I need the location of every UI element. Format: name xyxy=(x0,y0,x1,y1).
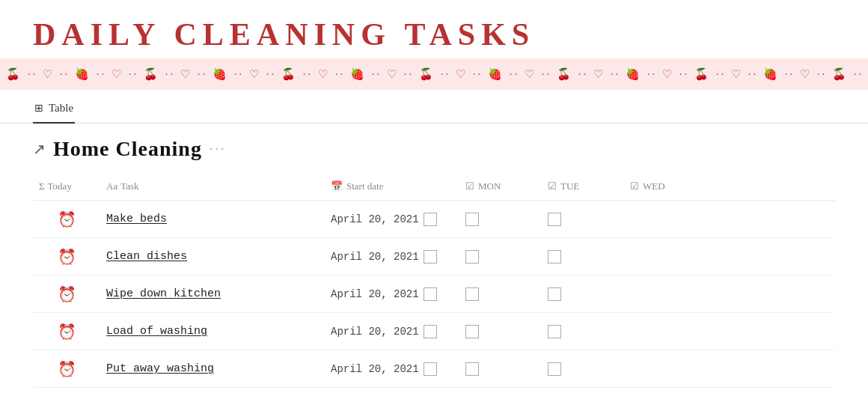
cell-tue-1 xyxy=(459,207,542,232)
cell-date-3: April 20, 2021 xyxy=(325,281,459,307)
table-row: ⏰ Clean dishes April 20, 2021 xyxy=(33,238,835,276)
checkbox-wed-2[interactable] xyxy=(548,250,561,264)
checkbox-wed-1[interactable] xyxy=(548,213,561,226)
checkbox-mon-4[interactable] xyxy=(424,325,437,338)
cell-today-5: ⏰ xyxy=(33,354,100,384)
checkbox-tue-3[interactable] xyxy=(465,287,479,301)
database-section: ↗ Home Cleaning ··· Σ Today Aa Task 📅 St… xyxy=(0,124,868,388)
cell-date-5: April 20, 2021 xyxy=(325,356,459,382)
tabs-bar: ⊞ Table xyxy=(0,90,868,124)
checkbox-mon-1[interactable] xyxy=(424,213,437,226)
checkbox-wed-3[interactable] xyxy=(548,287,561,301)
checkbox-mon-5[interactable] xyxy=(424,362,437,376)
checkbox-wed-5[interactable] xyxy=(548,362,561,376)
page-title: DAILY CLEANING TASKS xyxy=(33,16,835,52)
checkbox-mon-2[interactable] xyxy=(424,250,437,264)
table-row: ⏰ Wipe down kitchen April 20, 2021 xyxy=(33,276,835,313)
col-header-wed[interactable]: ☑ WED xyxy=(624,176,706,197)
alarm-icon: ⏰ xyxy=(58,248,76,266)
cell-task-2[interactable]: Clean dishes xyxy=(100,244,325,269)
cell-wed-2 xyxy=(542,244,624,270)
cell-task-4[interactable]: Load of washing xyxy=(100,319,325,344)
col-header-task[interactable]: Aa Task xyxy=(100,176,325,197)
checkbox-tue-5[interactable] xyxy=(465,362,479,376)
calendar-icon: 📅 xyxy=(331,180,343,192)
checkbox-wed-icon: ☑ xyxy=(630,180,639,192)
sigma-icon: Σ xyxy=(39,180,45,192)
alarm-icon: ⏰ xyxy=(58,285,76,303)
database-title: Home Cleaning xyxy=(53,137,202,161)
cell-today-3: ⏰ xyxy=(33,279,100,309)
checkbox-tue-icon: ☑ xyxy=(548,180,557,192)
tasks-table: Σ Today Aa Task 📅 Start date ☑ MON ☑ TUE… xyxy=(33,173,835,388)
checkbox-wed-4[interactable] xyxy=(548,325,561,338)
col-header-today[interactable]: Σ Today xyxy=(33,176,100,197)
cell-wed-1 xyxy=(542,207,624,232)
cell-date-2: April 20, 2021 xyxy=(325,244,459,270)
cell-tue-5 xyxy=(459,356,542,382)
table-header: Σ Today Aa Task 📅 Start date ☑ MON ☑ TUE… xyxy=(33,173,835,201)
table-icon: ⊞ xyxy=(34,102,43,115)
alarm-icon: ⏰ xyxy=(58,323,76,341)
cell-tue-2 xyxy=(459,244,542,270)
cell-task-1[interactable]: Make beds xyxy=(100,207,325,231)
fruit-decoration: 🍒 ·· ♡ ·· 🍓 ·· ♡ ·· 🍒 ·· ♡ ·· 🍓 ·· ♡ ·· … xyxy=(6,67,868,81)
database-title-row: ↗ Home Cleaning ··· xyxy=(33,137,835,161)
checkbox-mon-3[interactable] xyxy=(424,287,437,301)
tab-table-label: Table xyxy=(49,102,73,115)
banner-pattern: 🍒 ·· ♡ ·· 🍓 ·· ♡ ·· 🍒 ·· ♡ ·· 🍓 ·· ♡ ·· … xyxy=(6,67,868,81)
table-row: ⏰ Put away washing April 20, 2021 xyxy=(33,350,835,388)
cell-today-4: ⏰ xyxy=(33,317,100,347)
cell-wed-3 xyxy=(542,281,624,307)
cell-date-4: April 20, 2021 xyxy=(325,319,459,344)
cell-task-5[interactable]: Put away washing xyxy=(100,356,325,381)
table-row: ⏰ Make beds April 20, 2021 xyxy=(33,201,835,238)
col-header-tue[interactable]: ☑ TUE xyxy=(542,176,624,197)
cell-today-2: ⏰ xyxy=(33,242,100,272)
cell-today-1: ⏰ xyxy=(33,204,100,234)
checkbox-tue-1[interactable] xyxy=(465,213,479,226)
cell-tue-4 xyxy=(459,319,542,344)
cell-wed-4 xyxy=(542,319,624,344)
alarm-icon: ⏰ xyxy=(58,360,76,378)
col-header-start-date[interactable]: 📅 Start date xyxy=(325,176,459,197)
table-row: ⏰ Load of washing April 20, 2021 xyxy=(33,313,835,350)
cell-task-3[interactable]: Wipe down kitchen xyxy=(100,281,325,306)
aa-icon: Aa xyxy=(106,180,117,192)
checkbox-mon-icon: ☑ xyxy=(465,180,474,192)
cell-tue-3 xyxy=(459,281,542,307)
col-header-mon[interactable]: ☑ MON xyxy=(459,176,542,197)
alarm-icon: ⏰ xyxy=(58,210,76,228)
tab-table[interactable]: ⊞ Table xyxy=(33,97,75,124)
options-icon[interactable]: ··· xyxy=(210,141,227,157)
checkbox-tue-4[interactable] xyxy=(465,325,479,338)
decorative-banner: 🍒 ·· ♡ ·· 🍓 ·· ♡ ·· 🍒 ·· ♡ ·· 🍓 ·· ♡ ·· … xyxy=(0,58,868,90)
external-link-icon: ↗ xyxy=(33,140,46,158)
checkbox-tue-2[interactable] xyxy=(465,250,479,264)
cell-wed-5 xyxy=(542,356,624,382)
cell-date-1: April 20, 2021 xyxy=(325,207,459,232)
header: DAILY CLEANING TASKS xyxy=(0,0,868,58)
